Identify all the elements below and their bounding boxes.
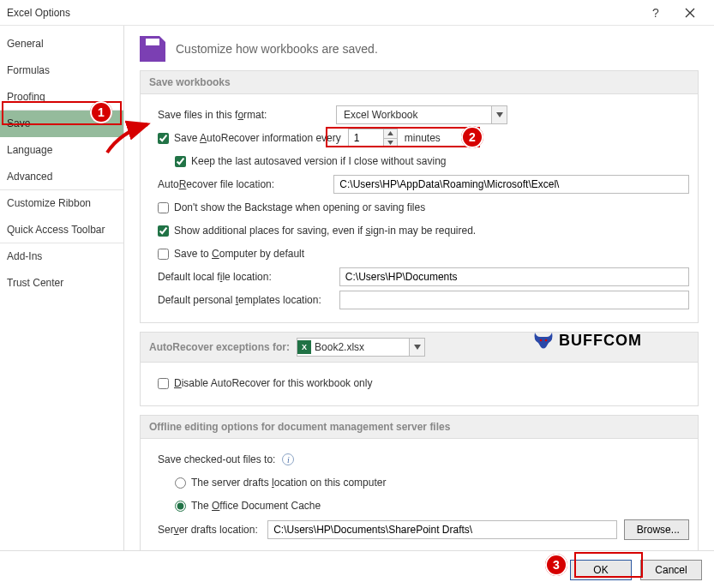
keep-last-checkbox[interactable]: Keep the last autosaved version if I clo…: [175, 155, 447, 167]
sidebar-item-customize-ribbon[interactable]: Customize Ribbon: [0, 190, 123, 217]
autorecover-interval-input[interactable]: [349, 129, 383, 147]
excel-file-icon: X: [297, 340, 311, 354]
sidebar-item-label: Customize Ribbon: [7, 197, 91, 209]
sidebar-item-label: General: [7, 38, 44, 50]
additional-places-checkbox[interactable]: Show additional places for saving, even …: [158, 225, 476, 237]
format-value: Excel Workbook: [337, 109, 424, 121]
spinner-up-icon[interactable]: [384, 129, 397, 138]
templates-location-input[interactable]: [339, 291, 689, 309]
section-title: Save workbooks: [141, 71, 698, 94]
bull-icon: [531, 330, 555, 351]
drafts-location-input[interactable]: [267, 520, 617, 539]
minutes-label: minutes: [405, 132, 441, 144]
svg-point-1: [545, 339, 548, 342]
svg-point-0: [540, 339, 543, 342]
sidebar-item-quick-access[interactable]: Quick Access Toolbar: [0, 217, 123, 243]
autorec-location-label: AutoRecover file location:: [158, 178, 327, 190]
autorecover-label: Save AutoRecover information every: [174, 132, 341, 144]
drafts-location-label: Server drafts location:: [158, 524, 261, 536]
info-icon[interactable]: i: [282, 453, 294, 465]
sidebar-item-add-ins[interactable]: Add-Ins: [0, 243, 123, 270]
sidebar-item-advanced[interactable]: Advanced: [0, 164, 123, 190]
autorecover-checkbox[interactable]: Save AutoRecover information every: [158, 132, 341, 144]
sidebar-item-label: Save: [7, 117, 30, 129]
disable-autorecover-label: Disable AutoRecover for this workbook on…: [174, 377, 372, 389]
page-title: Customize how workbooks are saved.: [176, 42, 378, 56]
help-icon[interactable]: ?: [639, 2, 673, 24]
sidebar-item-label: Proofing: [7, 91, 45, 103]
annotation-badge-2: 2: [461, 126, 483, 148]
format-label: Save files in this format:: [158, 109, 329, 121]
sidebar-item-label: Quick Access Toolbar: [7, 224, 105, 236]
chevron-down-icon: [409, 339, 424, 356]
additional-places-label: Show additional places for saving, even …: [174, 225, 476, 237]
annotation-badge-3: 3: [545, 554, 567, 576]
annotation-arrow-icon: [103, 120, 154, 154]
sidebar-item-label: Language: [7, 144, 52, 156]
section-save-workbooks: Save workbooks Save files in this format…: [140, 70, 699, 323]
sidebar-item-general[interactable]: General: [0, 31, 123, 57]
ok-button[interactable]: OK: [570, 560, 632, 580]
spinner-down-icon[interactable]: [384, 138, 397, 147]
backstage-label: Don't show the Backstage when opening or…: [174, 201, 425, 213]
checkout-label: Save checked-out files to:: [158, 453, 275, 465]
window-title: Excel Options: [7, 7, 70, 19]
save-disk-icon: [140, 36, 165, 62]
sidebar-item-label: Add-Ins: [7, 250, 42, 262]
browse-button[interactable]: Browse...: [624, 519, 689, 540]
sidebar-item-formulas[interactable]: Formulas: [0, 57, 123, 84]
save-to-computer-checkbox[interactable]: Save to Computer by default: [158, 248, 304, 260]
close-icon[interactable]: [673, 2, 707, 24]
sidebar-item-label: Trust Center: [7, 277, 63, 289]
document-cache-radio[interactable]: The Office Document Cache: [175, 500, 321, 512]
format-select[interactable]: Excel Workbook: [336, 105, 507, 124]
exceptions-book-value: Book2.xlsx: [315, 341, 371, 353]
templates-location-label: Default personal templates location:: [158, 294, 333, 306]
autorec-location-input[interactable]: [333, 175, 689, 194]
chevron-down-icon: [491, 106, 507, 123]
keep-last-label: Keep the last autosaved version if I clo…: [191, 155, 447, 167]
default-location-label: Default local file location:: [158, 271, 333, 283]
exceptions-book-select[interactable]: X Book2.xlsx: [297, 338, 425, 357]
autorecover-interval-spinner[interactable]: [348, 129, 398, 147]
document-cache-label: The Office Document Cache: [191, 500, 321, 512]
sidebar-item-label: Advanced: [7, 171, 52, 183]
default-location-input[interactable]: [339, 267, 689, 286]
server-drafts-radio[interactable]: The server drafts location on this compu…: [175, 477, 386, 489]
disable-autorecover-checkbox[interactable]: Disable AutoRecover for this workbook on…: [158, 377, 372, 389]
content-panel: Customize how workbooks are saved. Save …: [124, 26, 714, 550]
dialog-footer: OK Cancel: [0, 550, 714, 588]
backstage-checkbox[interactable]: Don't show the Backstage when opening or…: [158, 201, 425, 213]
section-offline-editing: Offline editing options for document man…: [140, 415, 699, 550]
cancel-button[interactable]: Cancel: [640, 560, 702, 580]
server-drafts-label: The server drafts location on this compu…: [191, 477, 386, 489]
section-title: Offline editing options for document man…: [141, 416, 698, 439]
sidebar-item-trust-center[interactable]: Trust Center: [0, 270, 123, 297]
sidebar-item-label: Formulas: [7, 64, 50, 76]
watermark-logo: BUFFCOM: [531, 330, 642, 351]
save-to-computer-label: Save to Computer by default: [174, 248, 304, 260]
